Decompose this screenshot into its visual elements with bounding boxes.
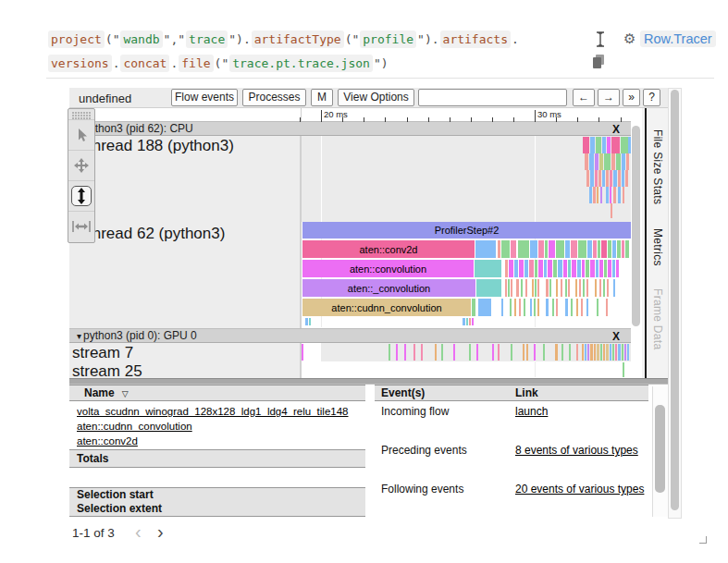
processes-button[interactable]: Processes: [242, 89, 306, 106]
query-punct-token[interactable]: ): [381, 55, 389, 72]
trace-span[interactable]: [582, 260, 585, 277]
trace-span[interactable]: [611, 137, 620, 153]
trace-span[interactable]: [396, 344, 398, 361]
query-expression-line-1[interactable]: project("wandb", "trace").artifactType("…: [47, 31, 519, 48]
close-icon[interactable]: X: [612, 123, 620, 136]
trace-span[interactable]: [535, 260, 537, 277]
splitter-handle[interactable]: [69, 378, 668, 385]
trace-span[interactable]: [526, 344, 528, 361]
query-punct-token[interactable]: ": [352, 31, 359, 48]
trace-span[interactable]: [607, 137, 611, 153]
trace-span[interactable]: [615, 344, 617, 361]
trace-span[interactable]: [586, 279, 588, 297]
panel-scrollbar-thumb[interactable]: [671, 90, 679, 510]
trace-span[interactable]: [389, 344, 390, 361]
trace-span[interactable]: [523, 344, 524, 361]
trace-span[interactable]: [586, 170, 589, 187]
query-punct-token[interactable]: ,: [170, 31, 178, 48]
trace-span[interactable]: [622, 344, 623, 361]
trace-span[interactable]: [595, 153, 598, 170]
trace-span[interactable]: [538, 240, 544, 258]
trace-span[interactable]: [589, 153, 594, 170]
trace-span[interactable]: [583, 279, 585, 297]
kernel-name-link[interactable]: aten::conv2d: [77, 435, 138, 447]
trace-span[interactable]: [618, 187, 621, 203]
trace-span[interactable]: [575, 279, 577, 297]
trace-span[interactable]: [510, 299, 512, 316]
query-string-token[interactable]: trace: [186, 31, 228, 48]
trace-span[interactable]: [622, 240, 624, 258]
trace-span[interactable]: [590, 170, 594, 187]
trace-span-aten-convolution[interactable]: aten::_convolution: [302, 279, 475, 297]
trace-span[interactable]: [404, 344, 406, 361]
trace-span[interactable]: [608, 240, 611, 258]
event-row-link[interactable]: launch: [515, 405, 548, 418]
trace-span[interactable]: [576, 344, 578, 361]
trace-span[interactable]: [546, 279, 549, 297]
trace-span[interactable]: [537, 279, 539, 297]
trace-span[interactable]: [617, 240, 621, 258]
trace-span[interactable]: [505, 279, 507, 297]
trace-span[interactable]: [501, 299, 503, 316]
query-punct-token[interactable]: .: [243, 31, 251, 48]
trace-span[interactable]: [472, 299, 475, 316]
trace-span[interactable]: [618, 170, 621, 187]
query-punct-token[interactable]: (: [215, 55, 222, 72]
gpu-process-header[interactable]: ▾python3 (pid 0): GPU 0 X: [69, 328, 631, 343]
trace-span[interactable]: [597, 299, 598, 316]
trace-span[interactable]: [577, 260, 581, 277]
trace-span-aten-conv2d[interactable]: aten::conv2d: [302, 240, 475, 258]
trace-span[interactable]: [626, 153, 629, 170]
trace-span[interactable]: [537, 299, 539, 316]
trace-span[interactable]: [585, 344, 586, 361]
trace-span[interactable]: [476, 344, 478, 361]
trace-span[interactable]: [604, 260, 607, 277]
trace-span[interactable]: [603, 344, 605, 361]
trace-span[interactable]: [534, 299, 536, 316]
trace-span[interactable]: [413, 344, 415, 361]
sort-icon[interactable]: ▽: [122, 389, 129, 398]
trace-span[interactable]: [593, 240, 597, 258]
trace-span[interactable]: [606, 170, 609, 187]
trace-span[interactable]: [532, 279, 534, 297]
query-op-token[interactable]: file: [179, 55, 213, 72]
trace-span[interactable]: [621, 137, 628, 153]
timing-tool-button[interactable]: [68, 211, 94, 241]
trace-span[interactable]: [525, 279, 527, 297]
query-punct-token[interactable]: ": [113, 31, 120, 48]
trace-span[interactable]: [581, 299, 583, 316]
trace-span[interactable]: [582, 344, 584, 361]
metrics-button[interactable]: M: [311, 89, 333, 106]
trace-span[interactable]: [516, 279, 519, 297]
trace-span[interactable]: [623, 362, 624, 377]
trace-span[interactable]: [598, 240, 600, 258]
query-op-token[interactable]: artifacts: [440, 31, 511, 48]
cpu-process-header[interactable]: ▾python3 (pid 62): CPU X: [69, 121, 631, 136]
copy-icon[interactable]: [593, 55, 605, 68]
trace-span[interactable]: [524, 299, 525, 316]
trace-span[interactable]: [598, 170, 601, 187]
view-options-button[interactable]: View Options: [338, 89, 414, 106]
trace-span[interactable]: [524, 260, 528, 277]
close-icon[interactable]: X: [612, 330, 620, 343]
trace-span[interactable]: [596, 137, 601, 153]
trace-span[interactable]: [305, 318, 308, 325]
trace-span[interactable]: [606, 344, 609, 361]
query-punct-token[interactable]: ": [178, 31, 185, 48]
trace-span[interactable]: [514, 299, 516, 316]
tab-file-size-stats[interactable]: File Size Stats: [648, 129, 664, 204]
trace-span[interactable]: [603, 279, 605, 297]
query-string-token[interactable]: trace.pt.trace.json: [229, 55, 373, 72]
trace-span[interactable]: [552, 299, 554, 316]
trace-span[interactable]: [501, 240, 510, 258]
trace-span[interactable]: [571, 240, 577, 258]
query-punct-token[interactable]: .: [170, 55, 178, 72]
kernel-name-link[interactable]: aten::cudnn_convolution: [77, 421, 192, 432]
query-string-token[interactable]: profile: [360, 31, 416, 48]
tab-metrics[interactable]: Metrics: [648, 228, 664, 266]
trace-span[interactable]: [553, 260, 557, 277]
select-tool-button[interactable]: [68, 119, 94, 150]
zoom-tool-button[interactable]: [68, 180, 94, 211]
trace-span[interactable]: [549, 279, 551, 297]
trace-span[interactable]: [535, 279, 537, 297]
